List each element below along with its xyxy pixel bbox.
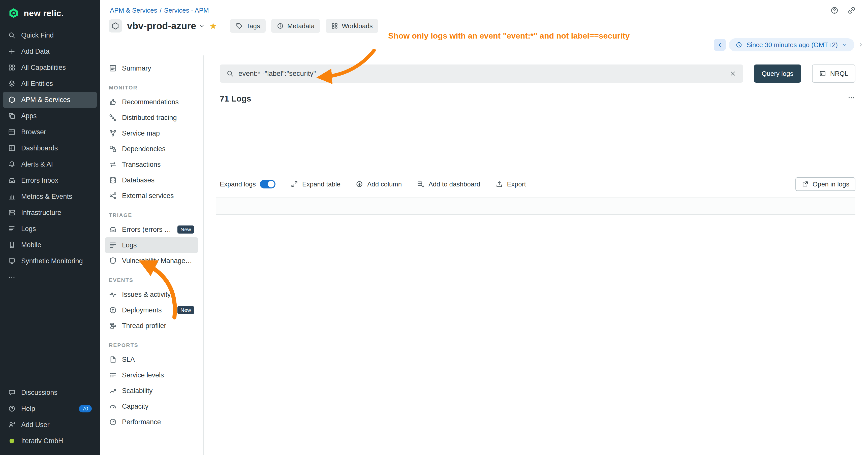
- help-circle-icon[interactable]: [830, 6, 839, 14]
- add-column-button[interactable]: Add column: [355, 181, 402, 188]
- plus-circle-icon: [355, 181, 363, 188]
- sidebar-item-label: All Entities: [21, 80, 53, 88]
- chevron-down-icon: [842, 42, 848, 48]
- transactions-icon: [109, 161, 117, 168]
- entity-nav-item-thread-profiler[interactable]: Thread profiler: [105, 318, 198, 333]
- sidebar-item-alerts-ai[interactable]: Alerts & AI: [3, 156, 97, 172]
- sidebar-item-errors-inbox[interactable]: Errors Inbox: [3, 172, 97, 189]
- sidebar-item-label: Discussions: [21, 389, 58, 396]
- sidebar-item-add-user[interactable]: Add User: [3, 417, 97, 433]
- sidebar-item-label: Alerts & AI: [21, 161, 53, 168]
- annotation-text: Show only logs with an event "event:*" a…: [388, 31, 630, 40]
- sidebar-item-add-data[interactable]: Add Data: [3, 43, 97, 60]
- entity-action-chips: TagsMetadataWorkloads: [230, 19, 378, 33]
- clear-query-icon[interactable]: [730, 70, 737, 77]
- chip-metadata[interactable]: Metadata: [271, 19, 320, 33]
- sidebar-item-quick-find[interactable]: Quick Find: [3, 27, 97, 43]
- sidebar-item-more[interactable]: [3, 269, 97, 285]
- chart-more-menu[interactable]: [847, 94, 856, 104]
- breadcrumb-separator: /: [157, 6, 164, 14]
- new-relic-logo[interactable]: new relic.: [0, 0, 100, 27]
- entity-nav-item-service-levels[interactable]: Service levels: [105, 367, 198, 383]
- toggle-on-icon[interactable]: [260, 180, 276, 189]
- chip-tags[interactable]: Tags: [230, 19, 266, 33]
- service-map-icon: [109, 129, 117, 137]
- chip-workloads[interactable]: Workloads: [326, 19, 378, 33]
- sidebar-item-help[interactable]: Help70: [3, 400, 97, 417]
- expand-icon: [290, 181, 298, 188]
- permalink-icon[interactable]: [847, 6, 856, 14]
- sidebar-item-synthetic-monitoring[interactable]: Synthetic Monitoring: [3, 253, 97, 269]
- entity-nav-item-deployments[interactable]: DeploymentsNew: [105, 302, 198, 318]
- logs-search-input[interactable]: event:* -"label":"security": [220, 65, 743, 83]
- entity-nav-item-errors-errors-inb[interactable]: Errors (errors inb...New: [105, 222, 198, 237]
- sidebar-item-iterativ-gmbh[interactable]: Iterativ GmbH: [3, 433, 97, 449]
- sidebar-item-mobile[interactable]: Mobile: [3, 237, 97, 253]
- entity-nav-item-issues-activity[interactable]: Issues & activity: [105, 287, 198, 302]
- sidebar-item-label: All Capabilities: [21, 64, 66, 71]
- entity-nav-item-capacity[interactable]: Capacity: [105, 398, 198, 414]
- entity-nav-item-label: External services: [122, 192, 174, 200]
- entity-dropdown-chevron-icon[interactable]: [198, 23, 205, 29]
- entity-nav-item-label: Summary: [122, 65, 151, 72]
- sidebar-item-label: Browser: [21, 128, 46, 136]
- entity-nav-item-sla[interactable]: SLA: [105, 352, 198, 367]
- entity-title-row: vbv-prod-azure ★ TagsMetadataWorkloads: [109, 19, 378, 33]
- sidebar-item-infrastructure[interactable]: Infrastructure: [3, 204, 97, 221]
- entity-nav-item-scalability[interactable]: Scalability: [105, 383, 198, 398]
- logs-icon: [8, 225, 16, 232]
- info-icon: [277, 23, 284, 30]
- sidebar-item-discussions[interactable]: Discussions: [3, 385, 97, 400]
- add-to-dashboard-button[interactable]: Add to dashboard: [417, 181, 480, 188]
- sidebar-item-apm-services[interactable]: APM & Services: [3, 92, 97, 108]
- sidebar-item-logs[interactable]: Logs: [3, 221, 97, 237]
- time-back-button[interactable]: [714, 39, 726, 51]
- entity-nav-item-logs[interactable]: Logs: [105, 237, 198, 253]
- entity-nav-item-service-map[interactable]: Service map: [105, 126, 198, 141]
- sidebar-item-all-entities[interactable]: All Entities: [3, 75, 97, 92]
- plus-icon: [8, 47, 16, 55]
- recommendations-icon: [109, 98, 117, 106]
- entities-icon: [8, 80, 16, 88]
- sidebar-item-metrics-events[interactable]: Metrics & Events: [3, 189, 97, 204]
- nrql-button[interactable]: NRQL: [812, 65, 856, 83]
- expand-logs-toggle[interactable]: Expand logs: [220, 180, 276, 189]
- clock-icon: [736, 41, 743, 48]
- page-title: vbv-prod-azure: [127, 21, 196, 32]
- section-label-reports: REPORTS: [109, 342, 194, 348]
- query-logs-button[interactable]: Query logs: [754, 65, 801, 83]
- logs-title-row: 71 Logs: [220, 94, 856, 104]
- sidebar-item-label: Infrastructure: [21, 209, 61, 217]
- entity-nav-item-summary[interactable]: Summary: [105, 61, 198, 76]
- sidebar-item-apps[interactable]: Apps: [3, 108, 97, 124]
- time-forward-button[interactable]: [858, 41, 864, 48]
- sidebar-item-browser[interactable]: Browser: [3, 124, 97, 140]
- entity-nav-item-label: Service levels: [122, 371, 164, 379]
- section-label-monitor: MONITOR: [109, 85, 194, 91]
- time-picker-label: Since 30 minutes ago (GMT+2): [746, 41, 838, 49]
- section-label-triage: TRIAGE: [109, 212, 194, 218]
- breadcrumb-services-apm[interactable]: Services - APM: [164, 6, 209, 14]
- sidebar-item-label: Logs: [21, 225, 36, 233]
- sla-icon: [109, 356, 117, 363]
- open-in-logs-button[interactable]: Open in logs: [796, 177, 856, 191]
- entity-nav-item-performance[interactable]: Performance: [105, 414, 198, 430]
- favorite-star-icon[interactable]: ★: [209, 22, 217, 30]
- entity-nav-item-external-services[interactable]: External services: [105, 188, 198, 203]
- sidebar-item-label: Apps: [21, 112, 37, 120]
- deployments-icon: [109, 306, 117, 314]
- entity-nav-item-recommendations[interactable]: Recommendations: [105, 94, 198, 110]
- entity-nav-item-dependencies[interactable]: Dependencies: [105, 141, 198, 157]
- sidebar-item-dashboards[interactable]: Dashboards: [3, 140, 97, 156]
- time-picker[interactable]: Since 30 minutes ago (GMT+2): [729, 38, 855, 52]
- entity-nav-item-distributed-tracing[interactable]: Distributed tracing: [105, 110, 198, 126]
- entity-sidebar: SummaryMONITORRecommendationsDistributed…: [100, 56, 204, 455]
- breadcrumb-apm-services[interactable]: APM & Services: [110, 6, 157, 14]
- entity-nav-item-transactions[interactable]: Transactions: [105, 157, 198, 172]
- sidebar-item-all-capabilities[interactable]: All Capabilities: [3, 60, 97, 75]
- entity-nav-item-databases[interactable]: Databases: [105, 172, 198, 188]
- query-text: event:* -"label":"security": [239, 69, 725, 77]
- export-button[interactable]: Export: [496, 181, 526, 188]
- entity-nav-item-vulnerability-management[interactable]: Vulnerability Management: [105, 253, 198, 268]
- expand-table-button[interactable]: Expand table: [290, 181, 341, 188]
